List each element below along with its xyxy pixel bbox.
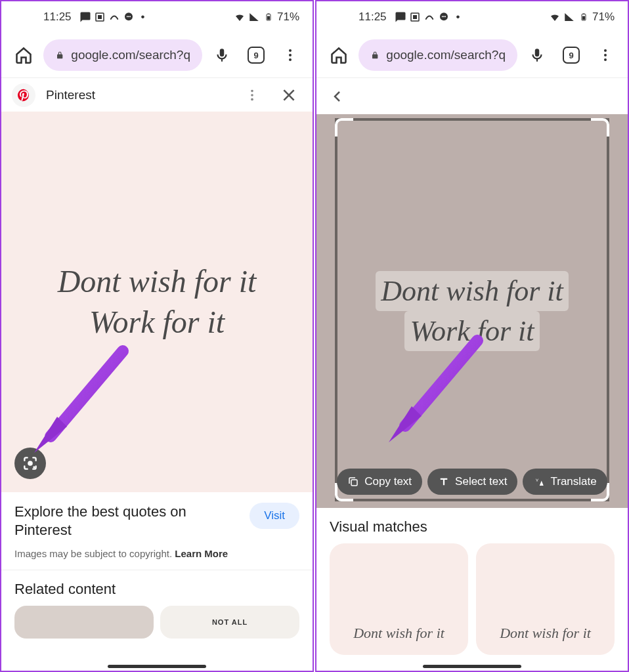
svg-point-15 — [28, 461, 33, 466]
image-info-row: Explore the best quotes on Pinterest Vis… — [1, 492, 313, 544]
signal-icon — [248, 11, 260, 23]
gesture-bar[interactable] — [108, 665, 206, 668]
lens-header — [316, 77, 628, 114]
mic-icon[interactable] — [523, 41, 552, 70]
visual-match-card[interactable]: Dont wish for it — [476, 543, 615, 655]
quote-line-1: Dont wish for it — [58, 261, 257, 302]
learn-more-link[interactable]: Learn More — [175, 548, 228, 559]
lens-action-chips: Copy text Select text Translate — [316, 469, 628, 495]
svg-point-9 — [289, 49, 292, 52]
screenshot-icon — [94, 11, 106, 23]
svg-point-21 — [443, 16, 445, 17]
browser-menu-icon[interactable] — [591, 41, 620, 70]
svg-rect-18 — [413, 15, 417, 19]
status-time: 11:25 — [43, 10, 72, 24]
tab-count: 9 — [569, 51, 573, 60]
svg-point-16 — [33, 466, 35, 468]
phone-left: 11:25 • 71% google.com/search?q 9 — [0, 0, 314, 672]
translate-button[interactable]: Translate — [523, 469, 607, 495]
url-text: google.com/search?q — [71, 48, 190, 62]
browser-menu-icon[interactable] — [276, 41, 305, 70]
lock-icon — [55, 49, 64, 61]
svg-point-5 — [129, 16, 131, 17]
copyright-notice: Images may be subject to copyright. Lear… — [1, 544, 313, 570]
close-icon[interactable] — [276, 82, 302, 108]
google-lens-button[interactable] — [14, 448, 46, 479]
crop-handle-top-left[interactable] — [335, 118, 353, 136]
chat-icon — [438, 11, 450, 23]
related-content-heading: Related content — [1, 570, 313, 606]
battery-icon — [263, 11, 274, 23]
quote-line-2: Work for it — [89, 302, 225, 343]
back-icon[interactable] — [324, 83, 351, 110]
image-title[interactable]: Explore the best quotes on Pinterest — [14, 503, 242, 539]
related-content-row: NOT ALL — [1, 606, 313, 645]
svg-point-27 — [604, 54, 607, 56]
image-source-header: Pinterest — [1, 77, 313, 112]
svg-point-11 — [289, 58, 292, 61]
battery-percent: 71% — [592, 10, 615, 24]
svg-point-28 — [604, 58, 607, 61]
pinterest-icon — [12, 83, 35, 107]
mic-icon[interactable] — [207, 41, 236, 70]
svg-point-14 — [251, 98, 253, 100]
tabs-button[interactable]: 9 — [242, 41, 271, 70]
message-icon — [79, 11, 91, 23]
svg-point-20 — [441, 16, 443, 17]
svg-point-4 — [128, 16, 129, 17]
gesture-bar[interactable] — [423, 665, 521, 668]
svg-rect-25 — [582, 14, 584, 15]
image-menu-icon[interactable] — [239, 82, 265, 108]
text-icon — [438, 476, 450, 488]
airtel-icon — [423, 11, 435, 23]
related-card[interactable]: NOT ALL — [160, 606, 299, 639]
browser-bar: google.com/search?q 9 — [316, 33, 628, 77]
battery-icon — [578, 11, 590, 23]
dot-icon: • — [137, 11, 149, 23]
browser-bar: google.com/search?q 9 — [1, 33, 313, 77]
translate-icon — [533, 476, 545, 488]
screenshot-icon — [409, 11, 421, 23]
home-icon[interactable] — [324, 41, 353, 70]
main-image[interactable]: Dont wish for it Work for it — [1, 112, 313, 492]
svg-point-10 — [289, 54, 292, 56]
visual-match-card[interactable]: Dont wish for it — [330, 543, 468, 655]
svg-point-13 — [251, 94, 253, 96]
svg-rect-8 — [267, 14, 269, 15]
url-bar[interactable]: google.com/search?q — [43, 39, 202, 71]
crop-frame[interactable] — [335, 118, 609, 501]
svg-rect-1 — [98, 15, 102, 19]
visual-matches-heading: Visual matches — [316, 508, 628, 543]
copy-icon — [347, 476, 359, 488]
phone-right: 11:25 • 71% google.com/search?q 9 — [315, 0, 629, 672]
visit-button[interactable]: Visit — [249, 503, 299, 529]
lock-icon — [370, 49, 380, 61]
related-card[interactable] — [14, 606, 154, 639]
svg-rect-24 — [582, 16, 585, 20]
wifi-icon — [549, 11, 561, 23]
signal-icon — [563, 11, 575, 23]
home-icon[interactable] — [9, 41, 38, 70]
dot-icon: • — [452, 11, 464, 23]
airtel-icon — [108, 11, 120, 23]
crop-handle-top-right[interactable] — [591, 118, 609, 136]
url-bar[interactable]: google.com/search?q — [358, 39, 517, 71]
copy-text-button[interactable]: Copy text — [337, 469, 422, 495]
annotation-arrow — [21, 341, 139, 459]
url-text: google.com/search?q — [386, 48, 506, 62]
wifi-icon — [234, 11, 246, 23]
chat-icon — [123, 11, 135, 23]
visual-matches-row: Dont wish for it Dont wish for it — [316, 543, 628, 655]
svg-point-26 — [604, 49, 607, 52]
select-text-button[interactable]: Select text — [427, 469, 517, 495]
message-icon — [395, 11, 406, 23]
tabs-button[interactable]: 9 — [557, 41, 586, 70]
svg-point-22 — [445, 16, 446, 17]
source-name[interactable]: Pinterest — [46, 88, 228, 102]
battery-percent: 71% — [277, 10, 299, 24]
svg-rect-7 — [267, 16, 270, 20]
lens-crop-canvas[interactable]: Dont wish for it Work for it Copy text S… — [316, 114, 628, 508]
status-time: 11:25 — [358, 10, 387, 24]
svg-point-3 — [126, 16, 127, 17]
status-bar: 11:25 • 71% — [1, 1, 313, 33]
